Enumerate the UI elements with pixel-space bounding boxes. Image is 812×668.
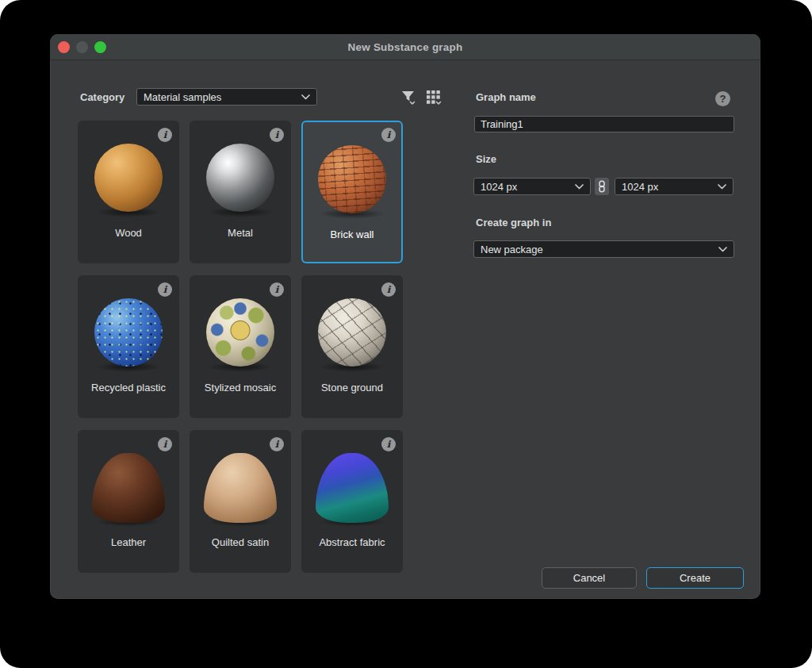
material-card-wood[interactable]: i Wood [78,121,179,263]
material-name-label: Leather [111,536,146,548]
material-thumbnail [316,453,389,523]
material-name-label: Metal [228,227,253,239]
grid-view-button[interactable] [425,88,444,107]
chevron-down-icon [718,247,727,252]
window-title: New Substance graph [348,41,463,53]
material-thumbnail [206,298,274,367]
size-height-value: 1024 px [622,181,658,193]
create-button[interactable]: Create [646,567,744,589]
info-icon[interactable]: i [381,437,396,451]
graph-name-label: Graph name [476,91,536,103]
info-icon[interactable]: i [158,437,172,451]
material-thumbnail [94,144,163,212]
info-icon[interactable]: i [381,128,396,142]
material-card-brick-wall[interactable]: i Brick wall [301,121,403,263]
material-thumbnail [318,145,386,213]
material-name-label: Abstract fabric [319,536,385,548]
grid-view-icon [425,89,444,106]
material-name-label: Quilted satin [212,536,269,548]
info-icon[interactable]: i [270,282,284,297]
material-name-label: Brick wall [331,228,374,240]
info-icon[interactable]: i [381,282,396,297]
info-icon[interactable]: i [158,282,172,297]
category-select[interactable]: Material samples [136,88,317,106]
filter-button[interactable] [399,88,418,107]
graph-name-input[interactable] [474,116,734,132]
material-card-metal[interactable]: i Metal [190,121,291,263]
link-size-button[interactable] [595,178,609,195]
material-card-abstract-fabric[interactable]: i Abstract fabric [301,430,403,573]
help-icon[interactable]: ? [715,91,730,106]
window-controls [58,34,106,60]
material-card-leather[interactable]: i Leather [78,430,179,573]
material-thumbnail [206,144,274,212]
material-name-label: Stone ground [321,382,383,394]
material-thumbnail [92,453,165,523]
material-thumbnail [94,298,163,367]
category-label: Category [80,91,124,103]
desktop-backdrop: New Substance graph Category Material sa… [0,0,812,668]
material-card-stylized-mosaic[interactable]: i Stylized mosaic [190,275,291,418]
chevron-down-icon [301,94,310,100]
close-button[interactable] [58,41,70,53]
size-height-select[interactable]: 1024 px [615,178,733,195]
materials-grid: i Wood i Metal i Brick wall i Recycled p… [78,121,404,573]
create-graph-in-label: Create graph in [476,217,551,228]
cancel-button[interactable]: Cancel [542,567,637,589]
material-card-quilted-satin[interactable]: i Quilted satin [190,430,291,573]
material-thumbnail [204,453,277,523]
size-width-select[interactable]: 1024 px [473,178,591,195]
category-select-value: Material samples [144,91,221,103]
create-graph-in-select[interactable]: New package [473,240,734,258]
material-name-label: Recycled plastic [91,382,166,394]
material-card-recycled-plastic[interactable]: i Recycled plastic [78,275,179,418]
chevron-down-icon [718,184,726,190]
new-substance-graph-dialog: New Substance graph Category Material sa… [50,34,760,599]
material-name-label: Wood [115,227,142,239]
material-name-label: Stylized mosaic [205,382,276,394]
titlebar[interactable]: New Substance graph [50,34,760,60]
material-card-stone-ground[interactable]: i Stone ground [301,275,403,418]
zoom-button[interactable] [94,41,106,53]
info-icon[interactable]: i [270,128,284,142]
info-icon[interactable]: i [158,128,172,142]
size-label: Size [476,153,496,165]
size-width-value: 1024 px [481,181,517,193]
filter-icon [400,89,417,106]
link-icon [598,180,606,193]
minimize-button [76,41,88,53]
create-graph-in-value: New package [481,244,543,255]
chevron-down-icon [575,184,584,190]
info-icon[interactable]: i [270,437,284,451]
material-thumbnail [318,298,386,367]
